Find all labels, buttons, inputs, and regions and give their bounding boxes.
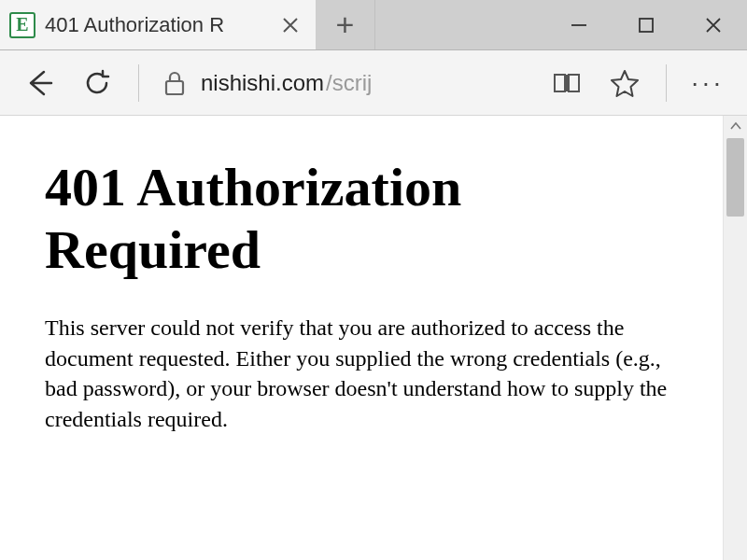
content-area: 401 Authorization Required This server c… <box>0 116 747 560</box>
tab-strip: E 401 Authorization R + <box>0 0 747 50</box>
error-heading: 401 Authorization Required <box>45 157 678 281</box>
lock-icon[interactable] <box>154 69 195 97</box>
toolbar-divider <box>138 64 139 102</box>
minimize-button[interactable] <box>545 0 613 49</box>
scroll-thumb[interactable] <box>726 138 744 217</box>
back-button[interactable] <box>13 57 65 109</box>
error-body: This server could not verify that you ar… <box>45 313 678 434</box>
toolbar-divider-2 <box>666 64 667 102</box>
scroll-up-icon[interactable] <box>724 116 747 136</box>
maximize-button[interactable] <box>613 0 680 49</box>
address-path: /scrij <box>326 70 372 96</box>
toolbar: nishishi.com/scrij ··· <box>0 50 747 116</box>
favorite-button[interactable] <box>599 57 651 109</box>
tab-title: 401 Authorization R <box>45 13 269 37</box>
window-close-button[interactable] <box>680 0 747 49</box>
refresh-button[interactable] <box>71 57 123 109</box>
address-bar[interactable]: nishishi.com/scrij <box>201 70 535 96</box>
window-controls <box>545 0 747 49</box>
close-tab-button[interactable] <box>278 17 303 34</box>
page-content: 401 Authorization Required This server c… <box>0 116 723 560</box>
tab-strip-spacer <box>375 0 545 49</box>
svg-rect-2 <box>166 81 183 94</box>
svg-rect-1 <box>640 19 653 32</box>
address-domain: nishishi.com <box>201 70 324 96</box>
favicon-icon: E <box>9 12 35 38</box>
active-tab[interactable]: E 401 Authorization R <box>0 0 316 49</box>
more-actions-button[interactable]: ··· <box>682 57 734 109</box>
new-tab-button[interactable]: + <box>316 0 375 49</box>
vertical-scrollbar[interactable] <box>723 116 747 560</box>
reading-view-button[interactable] <box>541 57 593 109</box>
